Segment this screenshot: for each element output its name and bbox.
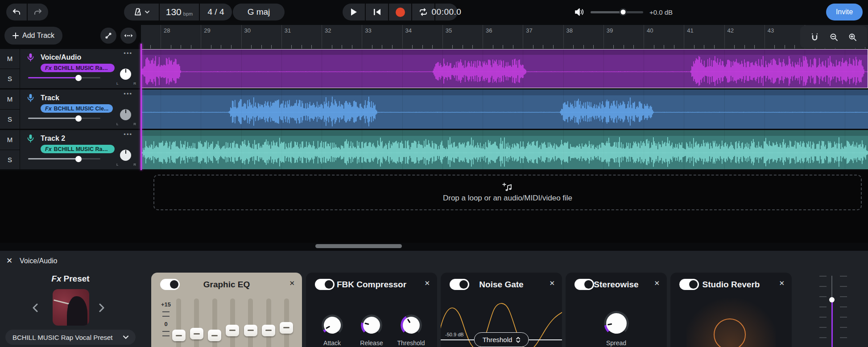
- horizontal-scrollbar[interactable]: [315, 244, 402, 248]
- track-fx-preset-pill[interactable]: Fx BCHILL MUSIC Cle...: [41, 104, 113, 113]
- eq-slider-thumb[interactable]: [172, 330, 186, 341]
- invite-button[interactable]: Invite: [826, 4, 863, 20]
- previous-preset-button[interactable]: [32, 303, 38, 312]
- eq-slider-thumb[interactable]: [244, 325, 257, 336]
- record-icon: [396, 8, 405, 17]
- chevron-down-icon: [123, 335, 128, 339]
- preset-artwork[interactable]: [53, 289, 89, 326]
- redo-button[interactable]: [28, 4, 48, 20]
- loop-icon: [419, 8, 428, 16]
- fader-thumb[interactable]: [829, 297, 835, 302]
- audio-region[interactable]: [141, 130, 868, 169]
- bar-number: 43: [768, 27, 774, 34]
- metronome-button[interactable]: [124, 4, 159, 20]
- undo-button[interactable]: [6, 4, 27, 20]
- eq-slider-thumb[interactable]: [262, 325, 275, 336]
- vocalist-silhouette: [67, 296, 87, 326]
- bar-number: 38: [566, 27, 573, 34]
- zoom-out-button[interactable]: [830, 33, 838, 41]
- mute-button[interactable]: M: [0, 49, 20, 69]
- remove-effect-button[interactable]: ✕: [549, 279, 555, 287]
- next-preset-button[interactable]: [99, 303, 105, 312]
- volume-thumb[interactable]: [75, 156, 82, 162]
- key-signature-button[interactable]: G maj: [233, 4, 285, 20]
- remove-effect-button[interactable]: ✕: [424, 279, 430, 287]
- threshold-knob[interactable]: Threshold: [398, 314, 425, 347]
- remove-effect-button[interactable]: ✕: [289, 279, 295, 287]
- pan-knob[interactable]: [120, 109, 131, 120]
- playhead[interactable]: [141, 44, 142, 170]
- track-volume-slider[interactable]: [28, 158, 100, 159]
- release-knob[interactable]: Release: [358, 314, 385, 347]
- remove-effect-button[interactable]: ✕: [654, 279, 660, 287]
- audio-region[interactable]: [141, 49, 868, 88]
- track-fx-preset-pill[interactable]: Fx BCHILL MUSIC Rap...: [41, 64, 115, 72]
- loop-button[interactable]: [412, 4, 434, 20]
- preset-selector-dropdown[interactable]: BCHILL MUSIC Rap Vocal Preset: [5, 330, 136, 345]
- splice-tool-button[interactable]: [100, 28, 116, 44]
- zoom-in-button[interactable]: [848, 33, 857, 41]
- waveform: [141, 130, 868, 169]
- drop-zone[interactable]: Drop a loop or an audio/MIDI/video file: [153, 175, 862, 210]
- eq-band-slider[interactable]: [212, 298, 217, 347]
- remove-effect-button[interactable]: ✕: [779, 279, 785, 287]
- eq-band-slider[interactable]: [248, 298, 253, 347]
- spread-knob[interactable]: Spread: [603, 311, 630, 347]
- track-menu-button[interactable]: •••: [124, 131, 132, 138]
- play-button[interactable]: [343, 4, 365, 20]
- time-stretch-tool-button[interactable]: [120, 28, 136, 44]
- time-signature-display[interactable]: 4 / 4: [200, 4, 232, 20]
- solo-button[interactable]: S: [0, 69, 20, 89]
- pan-knob[interactable]: [120, 69, 131, 80]
- eq-slider-thumb[interactable]: [280, 322, 293, 334]
- eq-band-slider[interactable]: [194, 298, 199, 347]
- skip-to-start-button[interactable]: [366, 4, 388, 20]
- snap-to-grid-button[interactable]: [810, 33, 819, 41]
- solo-button[interactable]: S: [0, 150, 20, 170]
- pan-control[interactable]: L R: [113, 149, 138, 167]
- eq-band-slider[interactable]: [230, 298, 235, 347]
- master-volume-slider[interactable]: [591, 11, 643, 13]
- volume-fill: [28, 77, 79, 78]
- track-fx-preset-pill[interactable]: Fx BCHILL MUSIC Rap...: [41, 145, 115, 153]
- effect-card-fbk-compressor: FBK Compressor ✕ Attack Release Threshol…: [306, 273, 437, 347]
- bpm-display[interactable]: 130 bpm: [160, 4, 199, 20]
- pan-control[interactable]: L R: [113, 108, 138, 127]
- track-header[interactable]: Voice/Audio ••• Fx BCHILL MUSIC Rap... L…: [20, 49, 141, 88]
- gate-threshold-stepper[interactable]: Threshold: [474, 332, 529, 347]
- volume-thumb[interactable]: [75, 75, 82, 81]
- track-volume-slider[interactable]: [28, 77, 100, 78]
- solo-button[interactable]: S: [0, 110, 20, 129]
- volume-thumb[interactable]: [620, 8, 627, 16]
- eq-band-slider[interactable]: [266, 298, 271, 347]
- eq-slider-thumb[interactable]: [226, 325, 239, 336]
- eq-slider-thumb[interactable]: [190, 328, 203, 339]
- add-track-button[interactable]: Add Track: [4, 27, 62, 45]
- track-header[interactable]: Track ••• Fx BCHILL MUSIC Cle... L R: [20, 90, 141, 129]
- eq-band-slider[interactable]: [284, 298, 289, 347]
- record-button[interactable]: [389, 4, 411, 20]
- pan-right-label: R: [133, 82, 136, 86]
- effect-title: Noise Gate: [441, 280, 562, 290]
- track-menu-button[interactable]: •••: [124, 90, 132, 97]
- pan-control[interactable]: L R: [113, 68, 138, 86]
- effect-card-studio-reverb: Studio Reverb ✕: [670, 273, 792, 347]
- attack-knob[interactable]: Attack: [319, 314, 346, 347]
- mute-button[interactable]: M: [0, 130, 20, 150]
- close-panel-button[interactable]: ✕: [6, 256, 12, 265]
- effect-card-noise-gate: Noise Gate ✕ -50.9 dB Threshold: [441, 273, 562, 347]
- track-menu-button[interactable]: •••: [124, 50, 132, 57]
- track-header[interactable]: Track 2 ••• Fx BCHILL MUSIC Rap... L R: [20, 130, 141, 169]
- mute-master-button[interactable]: [575, 8, 584, 16]
- track-volume-slider[interactable]: [28, 118, 100, 119]
- eq-slider-thumb[interactable]: [208, 330, 221, 341]
- mute-button[interactable]: M: [0, 90, 20, 109]
- fx-output-fader[interactable]: [816, 274, 852, 347]
- volume-thumb[interactable]: [75, 115, 82, 122]
- audio-region[interactable]: [141, 90, 868, 129]
- pan-knob[interactable]: [120, 150, 131, 161]
- timeline-ruler[interactable]: 2829303132333435363738394041424344: [141, 25, 868, 49]
- eq-band-slider[interactable]: [176, 298, 181, 347]
- bar-number: 42: [727, 27, 734, 34]
- bar-number: 34: [405, 27, 412, 34]
